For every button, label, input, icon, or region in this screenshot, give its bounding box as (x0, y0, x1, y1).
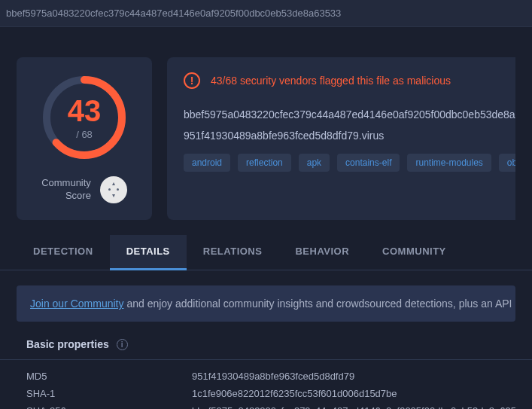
vote-widget[interactable]: ▴ ▾ (100, 176, 127, 203)
file-name: 951f41930489a8bfe963fced5d8dfd79.virus (184, 130, 515, 142)
prop-key-md5: MD5 (26, 371, 192, 382)
flag-text: 43/68 security vendors flagged this file… (211, 75, 451, 87)
detail-panel: ! 43/68 security vendors flagged this fi… (167, 57, 515, 220)
prop-val: 1c1fe906e822012f6235fcc53f601d006d15d7be (192, 388, 397, 399)
prop-val: bbef5975a0483220cfec379c44a487ed4146e0af… (192, 405, 515, 409)
tab-relations[interactable]: RELATIONS (187, 235, 279, 270)
alert-icon: ! (184, 72, 200, 89)
tag[interactable]: android (184, 154, 230, 172)
community-score-label: Community Score (41, 177, 91, 203)
file-hash: bbef5975a0483220cfec379c44a487ed4146e0af… (184, 108, 515, 121)
tab-behavior[interactable]: BEHAVIOR (278, 235, 366, 270)
tag[interactable]: obfuscated (499, 154, 515, 172)
main-info-area: 43 / 68 Community Score ▴ ▾ ! 43/68 secu… (0, 27, 532, 235)
prop-key-sha256: SHA-256 (26, 405, 192, 409)
properties-table: MD5 951f41930489a8bfe963fced5d8dfd79 SHA… (0, 360, 532, 409)
malicious-flag-row: ! 43/68 security vendors flagged this fi… (184, 72, 515, 89)
prop-val: 951f41930489a8bfe963fced5d8dfd79 (192, 371, 354, 382)
tab-detection[interactable]: DETECTION (17, 235, 110, 270)
tag[interactable]: runtime-modules (407, 154, 491, 172)
table-row: SHA-1 1c1fe906e822012f6235fcc53f601d006d… (26, 385, 515, 402)
table-row: MD5 951f41930489a8bfe963fced5d8dfd79 (26, 368, 515, 385)
hash-search-bar[interactable]: bbef5975a0483220cfec379c44a487ed4146e0af… (0, 0, 532, 27)
chevron-down-icon: ▾ (112, 193, 115, 199)
tags-row: android reflection apk contains-elf runt… (184, 154, 515, 172)
join-community-link[interactable]: Join our Community (30, 298, 124, 310)
prop-key-sha1: SHA-1 (26, 388, 192, 399)
community-join-banner: Join our Community and enjoy additional … (17, 285, 515, 322)
tag[interactable]: apk (299, 154, 330, 172)
community-score-row: Community Score ▴ ▾ (41, 176, 127, 203)
hash-text: bbef5975a0483220cfec379c44a487ed4146e0af… (6, 8, 341, 19)
tag[interactable]: contains-elf (337, 154, 400, 172)
tag[interactable]: reflection (238, 154, 291, 172)
tab-details[interactable]: DETAILS (110, 235, 187, 270)
banner-text: and enjoy additional community insights … (124, 298, 516, 310)
score-card: 43 / 68 Community Score ▴ ▾ (17, 57, 152, 220)
score-denominator: / 68 (68, 129, 102, 140)
section-title: Basic properties (26, 338, 109, 350)
chevron-up-icon: ▴ (112, 181, 115, 187)
info-icon[interactable]: i (117, 339, 128, 350)
score-ring: 43 / 68 (39, 72, 129, 163)
table-row: SHA-256 bbef5975a0483220cfec379c44a487ed… (26, 402, 515, 409)
tabs-bar: DETECTION DETAILS RELATIONS BEHAVIOR COM… (0, 235, 532, 270)
tab-community[interactable]: COMMUNITY (366, 235, 463, 270)
basic-properties-header[interactable]: Basic properties i (0, 322, 532, 360)
score-number: 43 (68, 96, 102, 126)
